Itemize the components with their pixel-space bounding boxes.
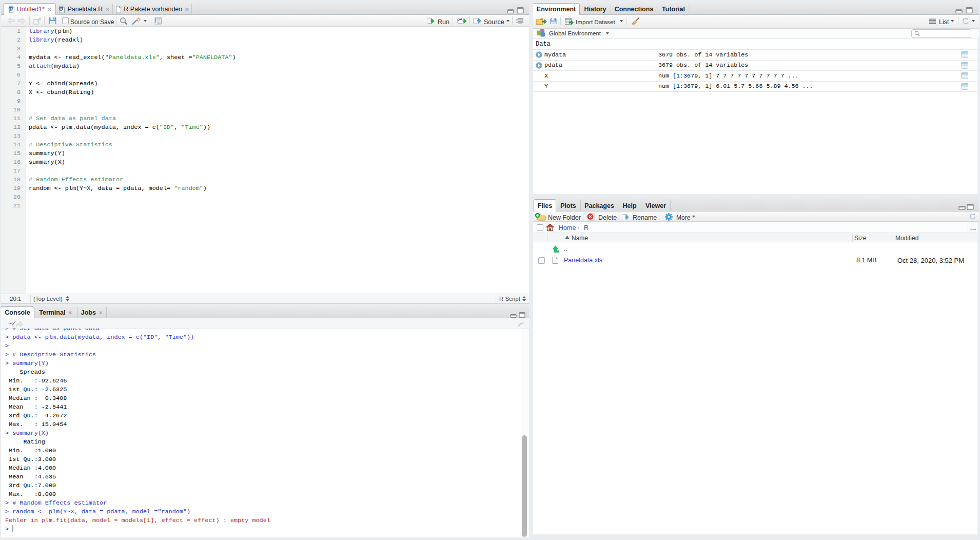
svg-text:R: R — [9, 6, 12, 11]
svg-text:R: R — [60, 6, 63, 11]
